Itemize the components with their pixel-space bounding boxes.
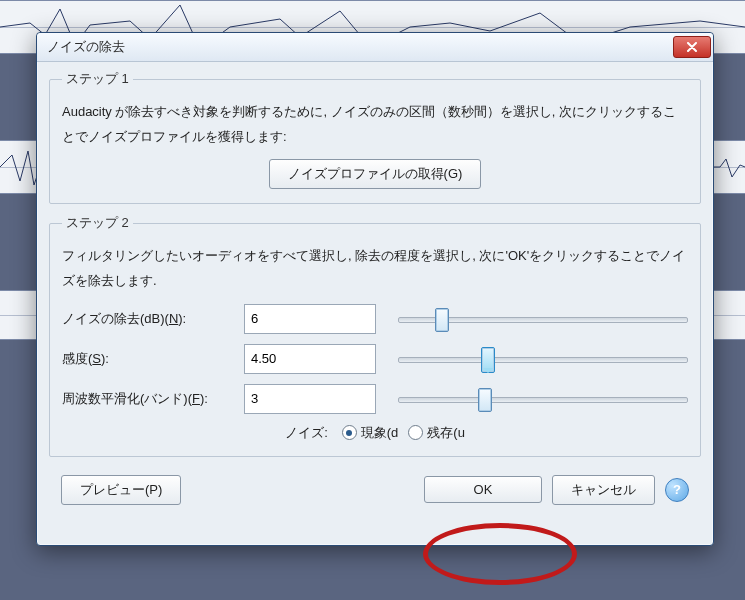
step1-group: ステップ 1 Audacity が除去すべき対象を判断するために, ノイズのみの… — [49, 70, 701, 204]
noise-reduction-input[interactable] — [244, 304, 376, 334]
step1-description: Audacity が除去すべき対象を判断するために, ノイズのみの区間（数秒間）… — [62, 100, 688, 149]
smoothing-row: 周波数平滑化(バンド)(F): — [62, 384, 688, 414]
sensitivity-row: 感度(S): — [62, 344, 688, 374]
step2-group: ステップ 2 フィルタリングしたいオーディオをすべて選択し, 除去の程度を選択し… — [49, 214, 701, 456]
radio-remove[interactable]: 現象(d — [342, 424, 399, 442]
noise-reduction-row: ノイズの除去(dB)(N): — [62, 304, 688, 334]
close-button[interactable] — [673, 36, 711, 58]
help-button[interactable]: ? — [665, 478, 689, 502]
radio-icon — [408, 425, 423, 440]
radio-residue[interactable]: 残存(u — [408, 424, 465, 442]
noise-reduction-slider[interactable] — [398, 306, 688, 332]
noise-mode-row: ノイズ: 現象(d 残存(u — [62, 424, 688, 442]
step2-legend: ステップ 2 — [62, 214, 133, 232]
smoothing-label: 周波数平滑化(バンド)(F): — [62, 390, 244, 408]
sensitivity-label: 感度(S): — [62, 350, 244, 368]
smoothing-slider[interactable] — [398, 386, 688, 412]
noise-mode-label: ノイズ: — [285, 424, 328, 442]
step1-legend: ステップ 1 — [62, 70, 133, 88]
smoothing-input[interactable] — [244, 384, 376, 414]
dialog-title: ノイズの除去 — [47, 38, 673, 56]
close-icon — [686, 42, 698, 52]
noise-removal-dialog: ノイズの除去 ステップ 1 Audacity が除去すべき対象を判断するために,… — [36, 32, 714, 546]
noise-reduction-label: ノイズの除去(dB)(N): — [62, 310, 244, 328]
dialog-footer: プレビュー(P) OK キャンセル ? — [49, 467, 701, 505]
ok-button[interactable]: OK — [424, 476, 542, 503]
radio-icon — [342, 425, 357, 440]
sensitivity-slider[interactable] — [398, 346, 688, 372]
sensitivity-input[interactable] — [244, 344, 376, 374]
cancel-button[interactable]: キャンセル — [552, 475, 655, 505]
step2-description: フィルタリングしたいオーディオをすべて選択し, 除去の程度を選択し, 次に'OK… — [62, 244, 688, 293]
dialog-titlebar[interactable]: ノイズの除去 — [37, 33, 713, 62]
preview-button[interactable]: プレビュー(P) — [61, 475, 181, 505]
get-noise-profile-button[interactable]: ノイズプロファイルの取得(G) — [269, 159, 482, 189]
